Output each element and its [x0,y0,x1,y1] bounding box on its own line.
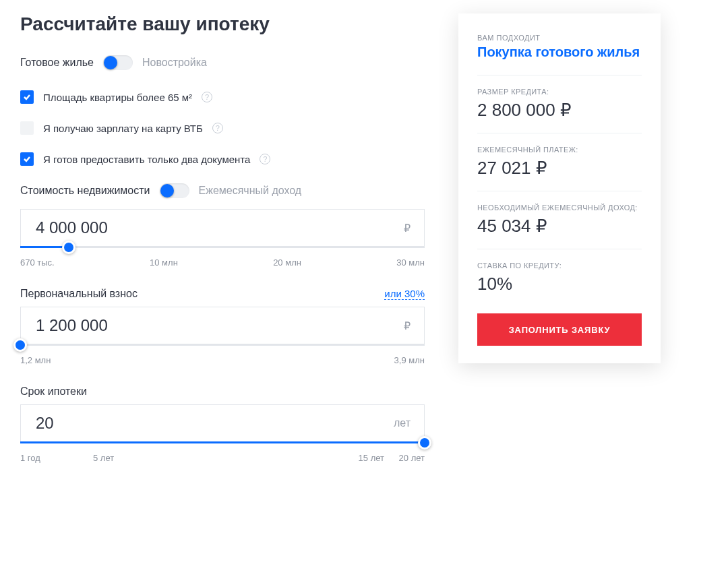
property-price-input[interactable] [34,218,404,238]
downpayment-group: Первоначальный взнос или 30% ₽ 1,2 млн 3… [20,288,425,365]
card-eyebrow: ВАМ ПОДХОДИТ [477,34,642,42]
stat-label: ЕЖЕМЕСЯЧНЫЙ ПЛАТЕЖ: [477,146,642,154]
slider-thumb-icon[interactable] [418,436,431,450]
term-ticks: 1 год 5 лет 15 лет 20 лет [20,453,425,463]
stat-label: СТАВКА ПО КРЕДИТУ: [477,261,642,270]
housing-type-toggle[interactable] [103,55,133,70]
property-price-ticks: 670 тыс. 10 млн 20 млн 30 млн [20,257,425,268]
term-title: Срок ипотеки [20,386,87,398]
check-row-two-docs: Я готов предоставить только два документ… [20,152,425,166]
checkbox-two-docs[interactable] [20,152,34,166]
checkbox-salary[interactable] [20,121,34,135]
tick-label: 30 млн [396,257,425,268]
tick-label: 10 млн [150,257,178,268]
checkbox-two-docs-label: Я готов предоставить только два документ… [43,154,250,165]
stat-value: 2 800 000 ₽ [477,100,642,121]
stat-label: РАЗМЕР КРЕДИТА: [477,88,642,96]
stat-required-income: НЕОБХОДИМЫЙ ЕЖЕМЕСЯЧНЫЙ ДОХОД: 45 034 ₽ [477,191,642,249]
housing-type-existing-label: Готовое жилье [20,57,94,69]
slider-thumb-icon[interactable] [62,241,75,254]
stat-monthly-payment: ЕЖЕМЕСЯЧНЫЙ ПЛАТЕЖ: 27 021 ₽ [477,133,642,191]
toggle-knob-icon [160,184,174,197]
downpayment-input-box: ₽ [20,307,425,344]
checkbox-salary-label: Я получаю зарплату на карту ВТБ [43,123,203,134]
property-price-group: ₽ 670 тыс. 10 млн 20 млн 30 млн [20,209,425,268]
toggle-knob-icon [104,56,117,69]
slider-fill [20,441,425,443]
check-icon [23,155,31,163]
tick-label: 5 лет [93,453,295,463]
calc-basis-toggle[interactable] [160,183,189,198]
term-input[interactable] [34,413,394,433]
ruble-unit: ₽ [404,222,411,235]
tick-label: 1 год [20,453,93,463]
ruble-unit: ₽ [404,319,411,332]
stat-label: НЕОБХОДИМЫЙ ЕЖЕМЕСЯЧНЫЙ ДОХОД: [477,204,642,212]
check-icon [23,93,31,101]
term-group: Срок ипотеки лет 1 год 5 лет 15 лет 20 л… [20,386,425,463]
calc-basis-toggle-row: Стоимость недвижимости Ежемесячный доход [20,183,425,198]
downpayment-slider[interactable] [20,344,425,346]
check-row-salary: Я получаю зарплату на карту ВТБ ? [20,121,425,135]
stat-value: 10% [477,274,642,295]
checkbox-area-label: Площадь квартиры более 65 м² [43,92,192,103]
downpayment-ticks: 1,2 млн 3,9 млн [20,355,425,365]
tick-label: 670 тыс. [20,257,55,268]
card-product-title: Покупка готового жилья [477,44,642,60]
basis-price-label: Стоимость недвижимости [20,185,150,197]
stat-rate: СТАВКА ПО КРЕДИТУ: 10% [477,249,642,307]
stat-value: 45 034 ₽ [477,216,642,237]
info-icon[interactable]: ? [260,154,270,164]
term-input-box: лет [20,404,425,442]
term-slider[interactable] [20,441,425,443]
property-price-input-box: ₽ [20,209,425,247]
tick-label: 15 лет [295,453,384,463]
info-icon[interactable]: ? [202,92,212,102]
tick-label: 3,9 млн [394,355,425,365]
downpayment-title: Первоначальный взнос [20,288,138,300]
tick-label: 20 млн [273,257,301,268]
tick-label: 20 лет [384,453,425,463]
years-unit: лет [394,417,411,429]
slider-thumb-icon[interactable] [13,338,27,352]
property-price-slider[interactable] [20,246,425,248]
tick-label: 1,2 млн [20,355,51,365]
downpayment-percent-link[interactable]: или 30% [384,288,425,300]
info-icon[interactable]: ? [212,123,223,133]
stat-loan-amount: РАЗМЕР КРЕДИТА: 2 800 000 ₽ [477,75,642,133]
check-row-area: Площадь квартиры более 65 м² ? [20,90,425,104]
housing-type-new-label: Новостройка [142,57,207,69]
checkbox-area[interactable] [20,90,34,104]
stat-value: 27 021 ₽ [477,158,642,179]
basis-income-label: Ежемесячный доход [199,185,302,197]
apply-button[interactable]: ЗАПОЛНИТЬ ЗАЯВКУ [477,313,642,346]
housing-type-toggle-row: Готовое жилье Новостройка [20,55,425,70]
downpayment-input[interactable] [34,315,404,336]
page-title: Рассчитайте вашу ипотеку [20,13,425,35]
results-card: ВАМ ПОДХОДИТ Покупка готового жилья РАЗМ… [458,13,661,363]
